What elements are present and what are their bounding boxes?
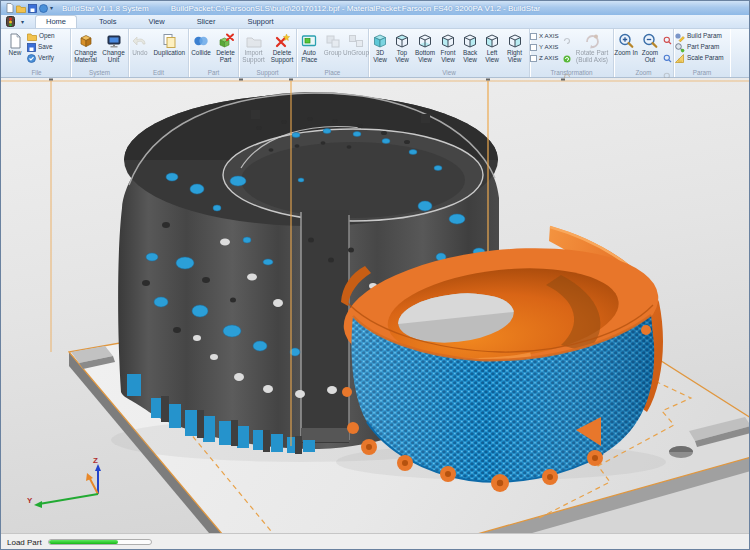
change-material-button[interactable]: Change Material [71, 30, 100, 64]
cube-front-icon [439, 31, 457, 50]
cube-3d-icon [371, 31, 389, 50]
tab-tools[interactable]: Tools [89, 16, 127, 28]
verify-icon [27, 54, 36, 63]
ribbon-group-file: New Open Save Verify File [3, 29, 71, 77]
ribbon-toolbar: New Open Save Verify File Change Materia… [1, 29, 749, 78]
zoom-in-icon [617, 31, 635, 50]
view-top-button[interactable]: Top View [391, 30, 413, 64]
save-file-icon[interactable] [28, 4, 37, 13]
status-bar: Load Part [1, 533, 749, 550]
view-front-button[interactable]: Front View [437, 30, 459, 64]
ribbon-group-transformation: X AXIS Y AXIS Z AXIS Rotate Part(Build A… [530, 29, 614, 77]
ribbon-group-place: Auto Place Group UnGroup Place [297, 29, 369, 77]
duplication-icon [160, 31, 178, 50]
scale-param-button[interactable]: Scale Param [674, 53, 728, 64]
zoom-out-button[interactable]: Zoom Out [638, 30, 662, 64]
tab-slicer[interactable]: Slicer [187, 16, 226, 28]
auto-place-button[interactable]: Auto Place [297, 30, 321, 64]
ribbon-group-view: 3D View Top View Bottom View Front View … [369, 29, 530, 77]
scale-param-icon [674, 53, 685, 64]
view-left-button[interactable]: Left View [481, 30, 503, 64]
app-logo-icon [6, 16, 19, 27]
open-file-icon[interactable] [16, 4, 26, 13]
open-icon [27, 32, 37, 41]
delete-part-icon [217, 31, 235, 50]
cube-top-icon [393, 31, 411, 50]
delete-part-button[interactable]: Delete Part [213, 30, 238, 64]
zoom-out-icon [641, 31, 659, 50]
y-axis-checkbox-box[interactable] [530, 44, 537, 51]
build-param-button[interactable]: Build Param [674, 31, 728, 42]
ungroup-button[interactable]: UnGroup [344, 30, 368, 57]
ribbon-group-system: Change Material Change Unit System [71, 29, 129, 77]
save-button[interactable]: Save [27, 42, 55, 53]
zoom-in-button[interactable]: Zoom In [614, 30, 638, 57]
tab-support[interactable]: Support [237, 16, 283, 28]
collide-icon [192, 31, 210, 50]
app-menu-dropdown-icon: ▾ [21, 18, 24, 25]
view-back-button[interactable]: Back View [459, 30, 481, 64]
rotate-free-icon[interactable] [563, 31, 571, 49]
view-bottom-button[interactable]: Bottom View [413, 30, 437, 64]
title-bar: ▾ BuildStar V1.1.8 SystemBuildPacket:C:\… [1, 1, 749, 15]
ribbon-group-support: Import Support Delete Support Support [239, 29, 297, 77]
buildstar-window: ▾ BuildStar V1.1.8 SystemBuildPacket:C:\… [0, 0, 750, 550]
open-button[interactable]: Open [27, 31, 55, 42]
menu-bar: ▾ Home Tools View Slicer Support [1, 15, 749, 29]
import-support-button[interactable]: Import Support [239, 30, 268, 64]
collide-button[interactable]: Collide [189, 30, 213, 57]
view-right-button[interactable]: Right View [503, 30, 526, 64]
undo-button[interactable]: Undo [129, 30, 151, 57]
undo-icon [131, 31, 149, 50]
cube-bottom-icon [416, 31, 434, 50]
group-button[interactable]: Group [321, 30, 344, 57]
quick-access-toolbar: ▾ [5, 3, 53, 13]
duplication-button[interactable]: Duplication [151, 30, 188, 57]
new-file-icon[interactable] [5, 3, 14, 13]
change-material-icon [77, 31, 95, 50]
verify-button[interactable]: Verify [27, 53, 55, 64]
z-axis-checkbox[interactable]: Z AXIS [530, 53, 562, 64]
rotate-part-icon [583, 31, 601, 50]
load-progress-fill [49, 540, 118, 544]
delete-support-icon [273, 31, 291, 50]
zoom-window-icon[interactable] [663, 31, 672, 49]
rotate-part-button[interactable]: Rotate Part(Build Axis) [572, 30, 612, 64]
new-button[interactable]: New [3, 30, 27, 57]
change-unit-icon [105, 31, 123, 50]
axis-z-label: Z [93, 456, 98, 465]
x-axis-checkbox[interactable]: X AXIS [530, 31, 562, 42]
tab-view[interactable]: View [139, 16, 175, 28]
ribbon-group-param: Build Param Part Param Scale Param Param [674, 29, 730, 77]
auto-place-icon [300, 31, 318, 50]
cube-back-icon [461, 31, 479, 50]
qat-dropdown-icon[interactable]: ▾ [50, 5, 53, 11]
view-3d-button[interactable]: 3D View [369, 30, 391, 64]
rotate-green-icon[interactable] [563, 49, 571, 67]
axis-y-label: Y [27, 496, 33, 505]
viewport-3d-canvas[interactable]: Z Y [1, 78, 749, 533]
build-param-icon [674, 31, 685, 42]
ribbon-group-edit: Undo Duplication Edit [129, 29, 189, 77]
z-axis-checkbox-box[interactable] [530, 55, 537, 62]
ribbon-group-zoom: Zoom In Zoom Out Zoom [614, 29, 674, 77]
y-axis-checkbox[interactable]: Y AXIS [530, 42, 562, 53]
about-icon[interactable] [39, 4, 48, 13]
application-menu-button[interactable]: ▾ [3, 16, 29, 28]
load-progress-bar [48, 539, 152, 545]
part-param-button[interactable]: Part Param [674, 42, 728, 53]
group-icon [324, 31, 342, 50]
status-label: Load Part [7, 538, 42, 547]
change-unit-button[interactable]: Change Unit [100, 30, 127, 64]
delete-support-button[interactable]: Delete Support [268, 30, 296, 64]
save-icon [27, 43, 36, 52]
cube-right-icon [506, 31, 524, 50]
ungroup-icon [347, 31, 365, 50]
tab-home[interactable]: Home [35, 15, 77, 28]
part-param-icon [674, 42, 685, 53]
ribbon-group-part: Collide Delete Part Part [189, 29, 239, 77]
window-title: BuildStar V1.1.8 SystemBuildPacket:C:\Fa… [62, 4, 540, 13]
x-axis-checkbox-box[interactable] [530, 33, 537, 40]
new-icon [6, 31, 24, 50]
zoom-all-icon[interactable] [663, 49, 672, 67]
